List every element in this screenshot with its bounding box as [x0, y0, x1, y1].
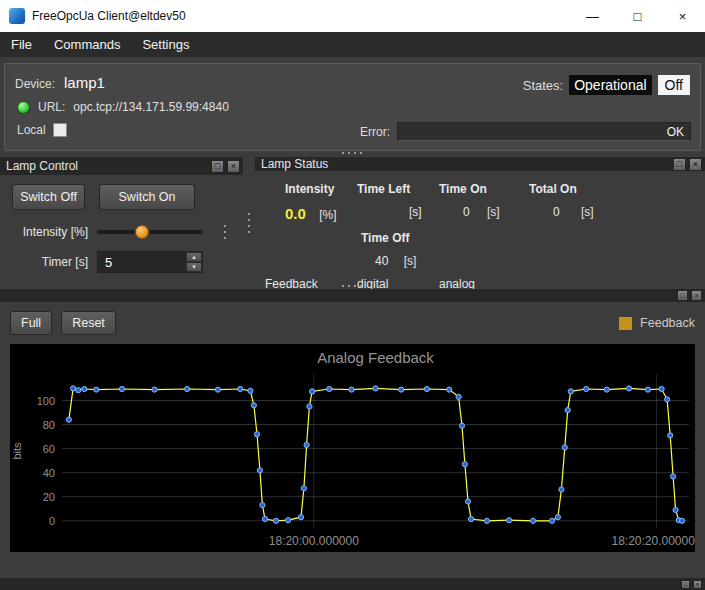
- reset-button[interactable]: Reset: [61, 311, 116, 335]
- close-button[interactable]: ×: [660, 0, 705, 32]
- time-off-label: Time Off: [357, 231, 439, 245]
- time-left-unit: [s]: [357, 205, 439, 222]
- total-on-cell: 0 [s]: [529, 205, 629, 222]
- lamp-control-float-icon[interactable]: □: [211, 160, 224, 173]
- chart-dock-close-icon[interactable]: ×: [691, 290, 702, 301]
- states-label: States:: [523, 78, 563, 93]
- lamp-status-close-icon[interactable]: ×: [689, 158, 702, 171]
- lamp-status-title: Lamp Status: [261, 157, 670, 171]
- svg-text:18:20:20.000000: 18:20:20.000000: [611, 534, 695, 548]
- lamp-control-title: Lamp Control: [6, 159, 208, 173]
- error-status: OK: [667, 125, 684, 139]
- lamp-control-dock: Lamp Control □ × Switch Off Switch On In…: [0, 157, 243, 289]
- lamp-control-content: Switch Off Switch On Intensity [%] Timer…: [0, 175, 243, 289]
- bottom-dock-close-icon[interactable]: ×: [693, 580, 702, 589]
- time-off-value: 40: [357, 254, 388, 268]
- timer-value[interactable]: 5: [98, 252, 186, 272]
- col-total-on: Total On: [529, 182, 629, 196]
- splitter-dots: [340, 151, 366, 155]
- col-time-left: Time Left: [357, 182, 439, 196]
- chart-area: 02040608010018:20:00.00000018:20:20.0000…: [10, 344, 695, 552]
- legend-label: Feedback: [640, 316, 695, 330]
- url-label: URL:: [38, 100, 65, 114]
- svg-text:40: 40: [43, 467, 55, 479]
- intensity-label: Intensity [%]: [12, 225, 88, 239]
- app-icon: [9, 8, 25, 24]
- chart-dock-titlebar[interactable]: □ ×: [0, 289, 705, 302]
- svg-text:20: 20: [43, 491, 55, 503]
- toolbar-handle-dots[interactable]: [223, 223, 227, 241]
- chart-dock-float-icon[interactable]: □: [677, 290, 688, 301]
- intensity-cell: 0.0 [%]: [265, 205, 357, 222]
- switch-off-button[interactable]: Switch Off: [12, 184, 85, 210]
- device-label: Device:: [15, 77, 55, 91]
- timer-label: Timer [s]: [12, 255, 88, 269]
- menu-settings[interactable]: Settings: [131, 32, 200, 57]
- splitter-dots: [340, 284, 366, 288]
- analog-feedback-chart[interactable]: 02040608010018:20:00.00000018:20:20.0000…: [10, 344, 695, 552]
- horizontal-splitter-top[interactable]: [0, 150, 705, 156]
- bottom-dock-strip[interactable]: □ ×: [0, 578, 705, 590]
- total-on-value: 0: [529, 205, 560, 219]
- spin-up-icon[interactable]: ▲: [186, 252, 202, 262]
- state-operational-badge: Operational: [569, 75, 651, 95]
- connection-led-icon: [17, 101, 30, 114]
- window-title: FreeOpcUa Client@eltdev50: [32, 9, 570, 23]
- titlebar[interactable]: FreeOpcUa Client@eltdev50 — □ ×: [0, 0, 705, 32]
- vertical-splitter[interactable]: [243, 157, 255, 289]
- chart-legend[interactable]: Feedback: [619, 316, 695, 330]
- bottom-dock-float-icon[interactable]: □: [681, 580, 690, 589]
- time-on-unit: [s]: [487, 205, 500, 219]
- full-button[interactable]: Full: [10, 311, 52, 335]
- lamp-control-close-icon[interactable]: ×: [227, 160, 240, 173]
- time-off-cell: 40 [s]: [357, 254, 439, 268]
- legend-swatch-icon: [619, 317, 632, 330]
- chart-toolbar: Full Reset Feedback: [10, 311, 695, 335]
- intensity-value: 0.0: [285, 205, 306, 222]
- svg-text:80: 80: [43, 419, 55, 431]
- time-on-value: 0: [439, 205, 470, 219]
- svg-text:18:20:00.000000: 18:20:00.000000: [269, 534, 359, 548]
- lamp-status-grid: Intensity Time Left Time On Total On 0.0…: [255, 171, 705, 291]
- local-checkbox[interactable]: [53, 123, 67, 137]
- error-label: Error:: [360, 125, 390, 139]
- intensity-unit: [%]: [319, 208, 336, 222]
- chart-dock: □ × Full Reset Feedback 02040608010018:2…: [0, 289, 705, 578]
- svg-text:Analog Feedback: Analog Feedback: [317, 349, 434, 366]
- slider-handle[interactable]: [135, 225, 149, 239]
- menu-file[interactable]: File: [0, 32, 43, 57]
- svg-text:100: 100: [37, 395, 55, 407]
- local-label: Local: [17, 123, 46, 137]
- svg-text:bits: bits: [11, 442, 23, 460]
- svg-text:60: 60: [43, 443, 55, 455]
- state-off-badge: Off: [658, 75, 690, 95]
- dock-row: Lamp Control □ × Switch Off Switch On In…: [0, 157, 705, 289]
- lamp-status-titlebar[interactable]: Lamp Status □ ×: [255, 157, 705, 171]
- menu-commands[interactable]: Commands: [43, 32, 131, 57]
- device-name: lamp1: [64, 74, 105, 91]
- total-on-unit: [s]: [581, 205, 594, 219]
- maximize-button[interactable]: □: [615, 0, 660, 32]
- device-panel: Device: lamp1 States: Operational Off UR…: [4, 63, 701, 151]
- time-off-unit: [s]: [404, 254, 417, 268]
- lamp-status-float-icon[interactable]: □: [673, 158, 686, 171]
- svg-text:0: 0: [49, 515, 55, 527]
- switch-on-button[interactable]: Switch On: [99, 184, 195, 210]
- lamp-control-titlebar[interactable]: Lamp Control □ ×: [0, 157, 243, 175]
- slider-track[interactable]: [97, 230, 203, 234]
- error-field[interactable]: OK: [397, 122, 691, 141]
- col-intensity: Intensity: [265, 182, 357, 196]
- minimize-button[interactable]: —: [570, 0, 615, 32]
- url-value: opc.tcp://134.171.59.99:4840: [73, 100, 228, 114]
- col-time-on: Time On: [439, 182, 529, 196]
- app-window: FreeOpcUa Client@eltdev50 — □ × File Com…: [0, 0, 705, 590]
- spin-down-icon[interactable]: ▼: [186, 262, 202, 272]
- splitter-dots: [247, 211, 251, 235]
- intensity-slider[interactable]: [97, 222, 203, 242]
- menubar: File Commands Settings: [0, 32, 705, 57]
- lamp-status-dock: Lamp Status □ × Intensity Time Left Time…: [255, 157, 705, 289]
- time-on-cell: 0 [s]: [439, 205, 529, 222]
- timer-spinbox[interactable]: 5 ▲ ▼: [97, 251, 203, 273]
